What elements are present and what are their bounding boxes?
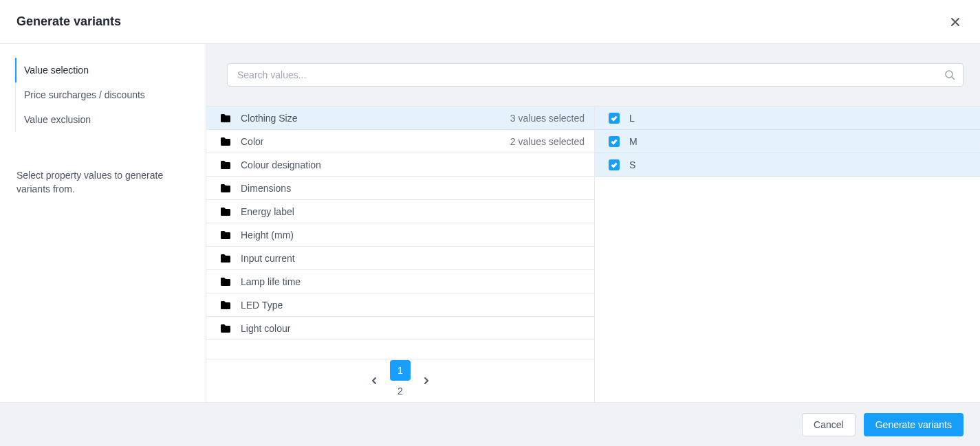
value-label: S: [629, 159, 635, 170]
value-checkbox[interactable]: [609, 159, 620, 170]
folder-icon: [220, 324, 231, 333]
folder-icon: [220, 160, 231, 170]
value-list: LMS: [595, 107, 980, 177]
property-list: Clothing Size3 values selectedColor2 val…: [206, 107, 594, 359]
sidebar-item-value-exclusion[interactable]: Value exclusion: [16, 107, 206, 132]
search-bar: [206, 44, 980, 107]
property-label: Color: [241, 136, 510, 147]
property-label: Lamp life time: [241, 276, 585, 287]
close-icon: [950, 16, 961, 27]
check-icon: [611, 161, 618, 168]
generate-variants-button[interactable]: Generate variants: [864, 413, 963, 436]
folder-icon: [220, 230, 231, 240]
property-row[interactable]: Height (mm): [206, 223, 594, 247]
property-row[interactable]: Clothing Size3 values selected: [206, 107, 594, 130]
folder-icon: [220, 300, 231, 310]
property-row[interactable]: Color2 values selected: [206, 130, 594, 153]
property-label: LED Type: [241, 300, 585, 311]
page-prev-button[interactable]: [364, 370, 384, 391]
folder-icon: [220, 277, 231, 287]
sidebar: Value selectionPrice surcharges / discou…: [0, 44, 206, 402]
chevron-right-icon: [422, 377, 431, 385]
folder-icon: [220, 207, 231, 216]
page-number-2[interactable]: 2: [390, 381, 411, 401]
value-column: LMS: [595, 107, 980, 402]
search-input[interactable]: [227, 63, 963, 87]
check-icon: [611, 115, 618, 122]
folder-icon: [220, 137, 231, 146]
property-label: Height (mm): [241, 230, 585, 241]
main-panel: Clothing Size3 values selectedColor2 val…: [206, 44, 980, 402]
check-icon: [611, 138, 618, 145]
property-label: Clothing Size: [241, 113, 510, 124]
folder-icon: [220, 183, 231, 193]
value-row[interactable]: M: [595, 130, 980, 153]
property-row[interactable]: Light colour: [206, 317, 594, 340]
cancel-button[interactable]: Cancel: [802, 413, 856, 436]
value-label: M: [629, 136, 638, 147]
property-count: 2 values selected: [510, 136, 585, 147]
sidebar-item-price-surcharges-discounts[interactable]: Price surcharges / discounts: [16, 82, 206, 107]
property-row[interactable]: Energy label: [206, 200, 594, 223]
value-row[interactable]: S: [595, 153, 980, 177]
close-button[interactable]: [947, 14, 963, 30]
property-count: 3 values selected: [510, 113, 585, 124]
sidebar-nav: Value selectionPrice surcharges / discou…: [15, 58, 206, 132]
property-row[interactable]: Dimensions: [206, 177, 594, 200]
property-row[interactable]: Input current: [206, 247, 594, 270]
value-checkbox[interactable]: [609, 113, 620, 124]
page-number-1[interactable]: 1: [390, 360, 411, 381]
property-label: Colour designation: [241, 159, 585, 170]
property-row[interactable]: Lamp life time: [206, 270, 594, 293]
property-column: Clothing Size3 values selectedColor2 val…: [206, 107, 595, 402]
value-row[interactable]: L: [595, 107, 980, 130]
sidebar-help-text: Select property values to generate varia…: [0, 142, 206, 196]
property-label: Energy label: [241, 206, 585, 217]
chevron-left-icon: [370, 377, 378, 385]
folder-icon: [220, 113, 231, 123]
property-label: Input current: [241, 253, 585, 264]
search-icon: [944, 69, 955, 80]
pagination: 12: [206, 359, 594, 402]
property-row[interactable]: LED Type: [206, 293, 594, 317]
dialog-title: Generate variants: [17, 14, 121, 29]
value-checkbox[interactable]: [609, 136, 620, 147]
property-row[interactable]: Colour designation: [206, 153, 594, 177]
value-label: L: [629, 113, 635, 124]
sidebar-item-value-selection[interactable]: Value selection: [16, 58, 206, 82]
property-label: Light colour: [241, 323, 585, 334]
page-next-button[interactable]: [416, 370, 437, 391]
folder-icon: [220, 254, 231, 263]
property-label: Dimensions: [241, 183, 585, 194]
dialog-footer: Cancel Generate variants: [0, 402, 980, 446]
